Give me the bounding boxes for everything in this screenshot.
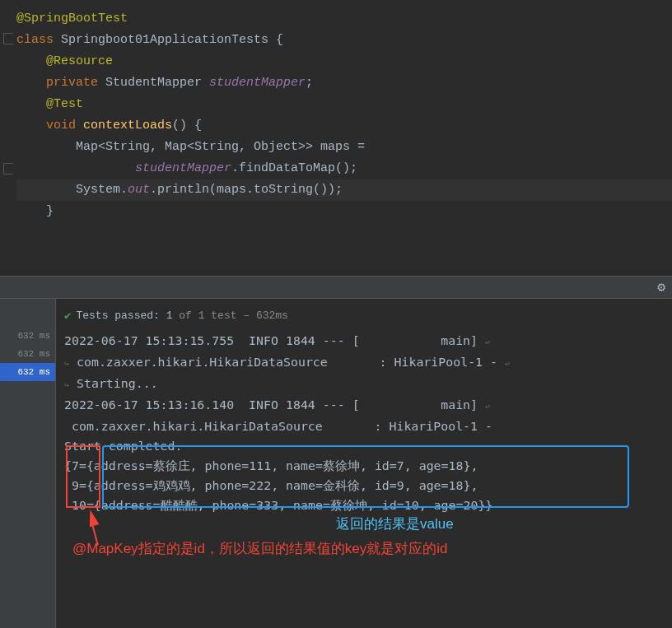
test-status: ✔ Tests passed: 1 of 1 test – 632ms [64,305,664,331]
console-output[interactable]: ✔ Tests passed: 1 of 1 test – 632ms 2022… [56,299,672,628]
log-line: ↪ Starting... [64,374,664,395]
code-line: void contextLoads() { [16,115,672,137]
log-line: 2022-06-17 15:13:16.140 INFO 1844 --- [ … [64,395,664,416]
log-output-map: 10={address=酷酷酷, phone=333, name=蔡徐坤, id… [64,495,664,515]
code-line: @Resource [16,51,672,72]
log-line: 2022-06-17 15:13:15.755 INFO 1844 --- [ … [64,331,664,352]
code-line: studentMapper.findDataToMap(); [16,158,672,179]
annotation-value-label: 返回的结果是value [336,514,454,533]
code-line: } [16,201,672,222]
log-line: ↪ com.zaxxer.hikari.HikariDataSource : H… [64,352,664,374]
code-line: Map<String, Map<String, Object>> maps = [16,137,672,158]
annotation-test: @Test [16,97,83,111]
timing-item[interactable]: 632 ms [0,345,55,363]
code-editor[interactable]: @SpringBootTest class Springboot01Applic… [0,0,672,276]
wrap-icon: ↩ [505,359,510,368]
console-toolbar: ⚙ [0,276,672,299]
fold-gutter-icon[interactable] [3,163,13,174]
code-line-highlighted: System.out.println(maps.toString()); [16,179,672,201]
log-output-map: 9={address=鸡鸡鸡, phone=222, name=金科徐, id=… [64,476,664,495]
log-output-map: {7={address=蔡徐庄, phone=111, name=蔡徐坤, id… [64,456,664,476]
timing-item[interactable]: 632 ms [0,327,55,345]
test-console: 632 ms 632 ms 632 ms ✔ Tests passed: 1 o… [0,299,672,628]
timing-item-selected[interactable]: 632 ms [0,363,55,381]
annotation-mapkey-label: @MapKey指定的是id，所以返回的结果值的key就是对应的id [72,539,448,558]
wrap-icon: ↩ [485,337,490,347]
code-line: @SpringBootTest [16,8,672,30]
timing-column: 632 ms 632 ms 632 ms [0,299,56,628]
code-line: private StudentMapper studentMapper; [16,72,672,94]
check-icon: ✔ [64,309,71,323]
code-line: @Test [16,94,672,115]
log-line: Start completed. [64,436,664,456]
fold-gutter-icon[interactable] [3,33,13,44]
annotation-springboottest: @SpringBootTest [16,12,128,26]
tests-passed-label: Tests passed: 1 of 1 test – 632ms [76,309,287,322]
gear-icon[interactable]: ⚙ [657,279,665,295]
wrap-icon: ↩ [485,402,490,411]
log-line: com.zaxxer.hikari.HikariDataSource : Hik… [64,416,664,436]
code-line: class Springboot01ApplicationTests { [16,30,672,51]
annotation-resource: @Resource [16,54,113,68]
